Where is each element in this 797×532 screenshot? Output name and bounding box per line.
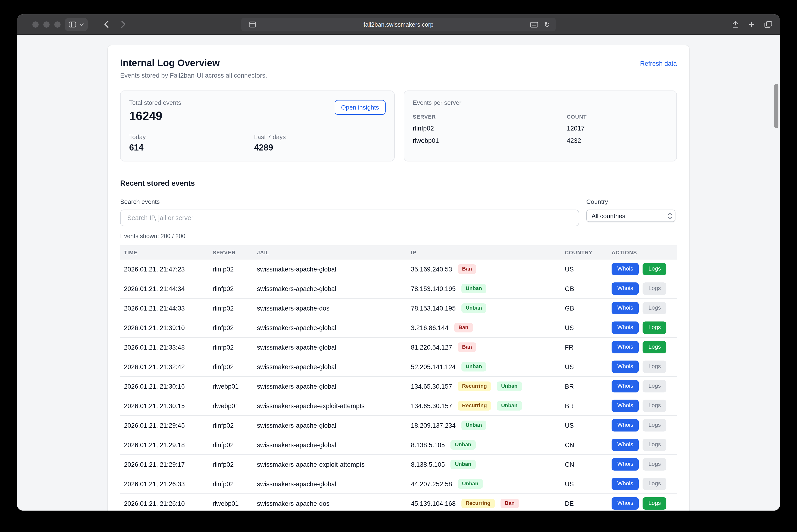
events-table-body: 2026.01.21, 21:47:23rlinfp02swissmakers-… [120,260,677,511]
event-ip-cell: 52.205.141.124Unban [411,362,565,371]
event-server: rlinfp02 [213,305,257,312]
event-server: rlinfp02 [213,266,257,273]
event-actions: WhoisLogs [612,380,677,392]
whois-button[interactable]: Whois [612,282,639,294]
open-insights-button[interactable]: Open insights [334,100,386,115]
event-ip: 8.138.5.105 [411,461,445,468]
url-text: fail2ban.swissmakers.corp [241,21,556,28]
recurring-badge: Recurring [458,382,491,391]
event-ip-cell: 8.138.5.105Unban [411,460,565,469]
event-country: GB [565,285,612,292]
event-ip: 35.169.240.53 [411,266,452,273]
event-country: FR [565,344,612,351]
ban-badge: Ban [458,343,476,352]
events-table-header: TIME SERVER JAIL IP COUNTRY ACTIONS [120,245,677,260]
event-jail: swissmakers-apache-global [257,480,411,488]
whois-button[interactable]: Whois [612,361,639,373]
logs-button[interactable]: Logs [643,380,667,392]
logs-button[interactable]: Logs [643,400,667,412]
logs-button[interactable]: Logs [643,419,667,431]
event-time: 2026.01.21, 21:29:45 [124,422,213,429]
table-row: 2026.01.21, 21:29:18rlinfp02swissmakers-… [120,435,677,455]
page-subtitle: Events stored by Fail2ban-UI across all … [120,72,267,79]
event-country: US [565,422,612,429]
logs-button[interactable]: Logs [643,361,667,373]
close-window-button[interactable] [32,21,39,27]
translate-icon[interactable] [530,22,538,27]
event-ip: 52.205.141.124 [411,363,456,370]
event-ip: 78.153.140.195 [411,285,456,292]
new-tab-icon[interactable]: + [749,20,754,29]
browser-titlebar: fail2ban.swissmakers.corp ↻ + [17,14,780,35]
whois-button[interactable]: Whois [612,341,639,353]
whois-button[interactable]: Whois [612,458,639,470]
event-country: CN [565,441,612,449]
server-name: rlwebp01 [413,137,567,144]
event-actions: WhoisLogs [612,341,677,353]
event-jail: swissmakers-apache-global [257,266,411,273]
address-bar[interactable]: fail2ban.swissmakers.corp ↻ [241,18,556,32]
tab-overview-icon[interactable] [764,21,772,28]
per-server-col-count: COUNT [567,114,587,119]
search-input[interactable] [120,210,579,226]
event-ip-cell: 134.65.30.157RecurringUnban [411,382,565,391]
whois-button[interactable]: Whois [612,302,639,314]
event-time: 2026.01.21, 21:44:34 [124,285,213,292]
table-row: 2026.01.21, 21:32:42rlinfp02swissmakers-… [120,357,677,377]
whois-button[interactable]: Whois [612,439,639,451]
logs-button[interactable]: Logs [643,302,667,314]
event-ip-cell: 78.153.140.195Unban [411,304,565,313]
minimize-window-button[interactable] [43,21,50,27]
refresh-data-link[interactable]: Refresh data [640,60,677,67]
logs-button[interactable]: Logs [643,478,667,490]
whois-button[interactable]: Whois [612,400,639,412]
event-server: rlinfp02 [213,441,257,449]
traffic-lights [32,21,60,27]
unban-badge: Unban [458,479,483,489]
table-row: 2026.01.21, 21:30:15rlwebp01swissmakers-… [120,396,677,416]
event-jail: swissmakers-apache-dos [257,305,411,312]
logs-button[interactable]: Logs [643,341,667,353]
unban-badge: Unban [461,304,486,313]
whois-button[interactable]: Whois [612,322,639,334]
logs-button[interactable]: Logs [643,458,667,470]
whois-button[interactable]: Whois [612,263,639,275]
logs-button[interactable]: Logs [643,497,667,509]
event-country: CN [565,461,612,468]
last7-value: 4289 [254,143,379,153]
recent-events-title: Recent stored events [120,179,677,188]
logs-button[interactable]: Logs [643,322,667,334]
zoom-window-button[interactable] [54,21,60,27]
country-label: Country [586,198,677,205]
per-server-row: rlinfp02 12017 [413,125,668,132]
event-actions: WhoisLogs [612,302,677,314]
share-icon[interactable] [732,20,739,28]
page-scrollbar-thumb[interactable] [774,84,778,128]
whois-button[interactable]: Whois [612,497,639,509]
event-jail: swissmakers-apache-dos [257,500,411,507]
whois-button[interactable]: Whois [612,478,639,490]
event-time: 2026.01.21, 21:47:23 [124,266,213,273]
unban-badge: Unban [451,440,475,449]
back-button[interactable] [104,20,109,28]
forward-button[interactable] [121,20,126,28]
reload-icon[interactable]: ↻ [544,21,550,28]
event-server: rlinfp02 [213,480,257,488]
whois-button[interactable]: Whois [612,380,639,392]
event-actions: WhoisLogs [612,322,677,334]
event-ip-cell: 81.220.54.127Ban [411,343,565,352]
sidebar-icon [69,21,76,27]
logs-button[interactable]: Logs [643,282,667,294]
sidebar-toggle-button[interactable] [65,18,88,31]
country-select[interactable]: All countries [586,210,675,222]
event-ip: 134.65.30.157 [411,402,452,410]
page-viewport: Internal Log Overview Events stored by F… [17,35,780,511]
col-jail: JAIL [257,250,411,255]
event-country: BR [565,402,612,410]
event-jail: swissmakers-apache-global [257,344,411,351]
whois-button[interactable]: Whois [612,419,639,431]
today-value: 614 [129,143,254,153]
logs-button[interactable]: Logs [643,439,667,451]
logs-button[interactable]: Logs [643,263,667,275]
ban-badge: Ban [501,499,519,508]
